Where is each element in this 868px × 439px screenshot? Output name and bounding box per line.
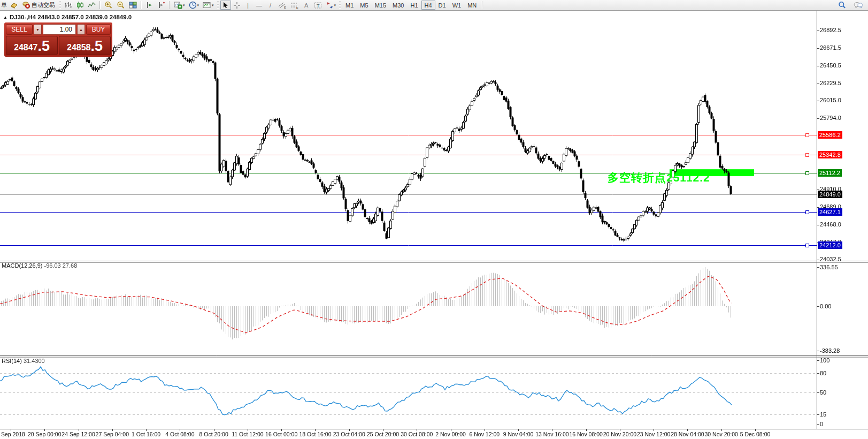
zoom-in-button[interactable] xyxy=(103,1,114,10)
date-label: 27 Sep 04:00 xyxy=(96,431,129,437)
tf-button-M30[interactable]: M30 xyxy=(389,1,407,10)
templates-icon xyxy=(203,1,211,9)
autotrading-button[interactable]: 自动交易 xyxy=(20,1,58,10)
vertical-line-tool-button[interactable]: | xyxy=(243,1,254,10)
buy-price-display[interactable]: 24858 .5 xyxy=(59,36,111,55)
rsi-indicator-label: RSI(14) 31.4300 xyxy=(2,358,45,364)
date-label: 4 Oct 08:00 xyxy=(165,431,194,437)
auto-scroll-button[interactable] xyxy=(144,1,155,10)
trendline-tool-button[interactable]: / xyxy=(265,1,276,10)
crosshair-tool-button[interactable] xyxy=(232,1,242,10)
tile-windows-button[interactable] xyxy=(127,1,139,10)
tf-button-H1[interactable]: H1 xyxy=(407,1,421,10)
chat-button[interactable] xyxy=(852,1,865,10)
candlestick-icon xyxy=(76,1,84,9)
chart-canvas[interactable] xyxy=(0,0,868,439)
sell-price-display[interactable]: 24847 .5 xyxy=(6,36,58,55)
horizontal-line-tool-button[interactable]: — xyxy=(254,1,265,10)
cursor-icon xyxy=(222,2,229,9)
macd-tick-label: 0.00 xyxy=(820,303,831,309)
tf-button-M5[interactable]: M5 xyxy=(357,1,371,10)
rsi-tick-label: 15 xyxy=(820,411,826,418)
arrows-dropdown-arrow[interactable]: ▾ xyxy=(334,3,336,7)
periods-button[interactable]: ▾ xyxy=(187,1,201,10)
volume-input[interactable]: 1.00 xyxy=(43,24,76,35)
trendline-icon: / xyxy=(270,2,271,9)
price-tick-label: 26015.0 xyxy=(820,97,841,103)
price-tick-label: 24468.0 xyxy=(820,221,841,228)
vertical-line-icon: | xyxy=(247,2,249,9)
volume-decrease-button[interactable]: ▼ xyxy=(34,24,42,35)
sell-price-main: 24847 xyxy=(14,42,38,54)
symbol-ohlc-text: DJ30-,H4 24843.0 24857.0 24839.0 24849.0 xyxy=(10,14,132,20)
svg-text:T: T xyxy=(317,3,320,8)
chart-shift-button[interactable] xyxy=(156,1,167,10)
templates-dropdown-arrow[interactable]: ▾ xyxy=(212,3,214,7)
line-chart-icon xyxy=(88,1,96,9)
toolbar: 单 自动交易 xyxy=(0,0,868,11)
collapse-arrow-icon[interactable]: ▲ xyxy=(3,15,7,20)
text-tool-button[interactable]: A xyxy=(301,1,312,10)
fibonacci-tool-button[interactable]: F xyxy=(289,1,301,10)
sell-button[interactable]: SELL xyxy=(6,24,33,35)
rsi-tick-label: 80 xyxy=(820,370,826,376)
macd-signal-value: 27.68 xyxy=(63,262,78,269)
date-label: 8 Oct 20:00 xyxy=(199,431,228,437)
svg-text:E: E xyxy=(284,6,286,9)
periods-clock-icon xyxy=(189,1,197,9)
date-label: 9 Nov 04:00 xyxy=(503,431,534,437)
toolbar-separator xyxy=(141,1,142,9)
tf-button-W1[interactable]: W1 xyxy=(449,1,465,10)
tf-button-H4[interactable]: H4 xyxy=(421,1,435,10)
templates-button[interactable]: ▾ xyxy=(201,1,216,10)
price-badge: 24849.0 xyxy=(818,191,842,198)
new-order-icon xyxy=(10,1,18,9)
new-order-button[interactable] xyxy=(9,1,20,10)
chat-icon xyxy=(854,1,863,9)
tile-windows-icon xyxy=(129,1,137,9)
macd-indicator-label: MACD(12,26,9) -96.03 27.68 xyxy=(2,262,77,269)
indicators-button[interactable]: ▾ xyxy=(172,1,187,10)
date-label: 28 Nov 04:00 xyxy=(671,431,704,437)
date-label: 7 Sep 2018 xyxy=(0,431,25,437)
equidistant-channel-tool-button[interactable]: E xyxy=(276,1,288,10)
symbol-title: ▲ DJ30-,H4 24843.0 24857.0 24839.0 24849… xyxy=(3,14,132,20)
periods-dropdown-arrow[interactable]: ▾ xyxy=(197,3,199,7)
indicators-dropdown-arrow[interactable]: ▾ xyxy=(183,3,185,7)
rsi-tick-label: 100 xyxy=(820,357,829,364)
zoom-in-icon xyxy=(104,1,113,9)
autotrading-label: 自动交易 xyxy=(30,1,56,9)
arrows-tool-button[interactable]: ▾ xyxy=(324,1,338,10)
rsi-name: RSI(14) xyxy=(2,358,22,364)
candlestick-button[interactable] xyxy=(74,1,86,10)
text-icon: A xyxy=(304,2,308,9)
sell-price-frac: .5 xyxy=(37,39,50,54)
price-tick-label: 26892.5 xyxy=(820,27,841,33)
price-tick-label: 26671.5 xyxy=(820,44,841,51)
date-label: 20 Sep 00:00 xyxy=(28,431,61,437)
buy-price-main: 24858 xyxy=(67,42,91,54)
bar-chart-icon xyxy=(64,1,72,9)
date-label: 20 Nov 20:00 xyxy=(603,431,636,437)
new-order-label[interactable]: 单 xyxy=(0,1,8,9)
one-click-trading-panel: SELL ▼ 1.00 ▲ BUY 24847 .5 24858 .5 xyxy=(4,22,112,57)
buy-button[interactable]: BUY xyxy=(86,24,111,35)
tf-button-M15[interactable]: M15 xyxy=(372,1,389,10)
cursor-tool-button[interactable] xyxy=(220,1,231,10)
macd-tick-label: 336.55 xyxy=(820,264,838,270)
tf-button-MN[interactable]: MN xyxy=(464,1,480,10)
toolbar-grip xyxy=(217,1,219,9)
fibonacci-icon: F xyxy=(290,2,299,9)
text-label-tool-button[interactable]: T xyxy=(312,1,324,10)
search-icon xyxy=(838,1,846,9)
tf-button-M1[interactable]: M1 xyxy=(342,1,357,10)
price-badge: 25586.2 xyxy=(818,131,842,139)
bar-chart-button[interactable] xyxy=(63,1,74,10)
symbol-search-button[interactable] xyxy=(836,1,848,10)
date-label: 1 Oct 16:00 xyxy=(132,431,160,437)
tf-button-D1[interactable]: D1 xyxy=(435,1,449,10)
line-chart-button[interactable] xyxy=(86,1,97,10)
volume-increase-button[interactable]: ▲ xyxy=(77,24,85,35)
date-label: 30 Nov 20:00 xyxy=(704,431,738,437)
zoom-out-button[interactable] xyxy=(115,1,127,10)
